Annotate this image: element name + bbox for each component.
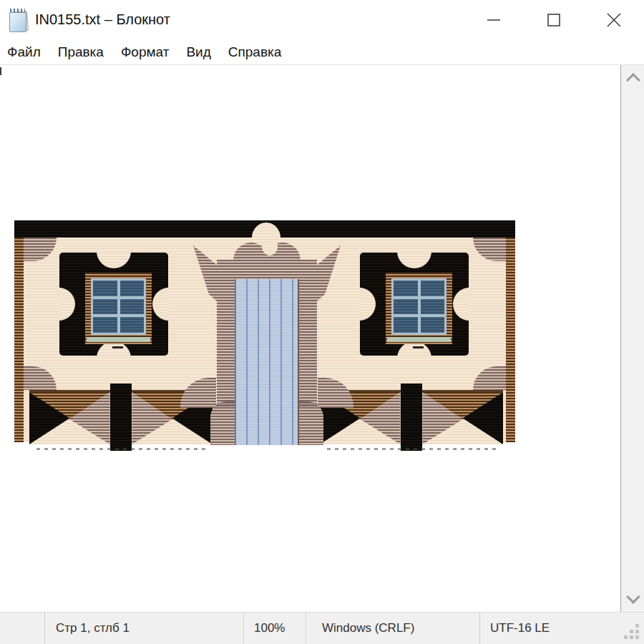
window-sill <box>387 337 451 342</box>
facade-corner-ornament-tr <box>473 238 506 261</box>
window-pane <box>120 280 145 296</box>
window-pane <box>421 299 445 315</box>
band-bottom-dashes <box>327 448 496 450</box>
window-pane <box>93 299 117 315</box>
menu-bar: Файл Правка Формат Вид Справка <box>0 39 644 65</box>
door-flare-right-base <box>298 401 323 445</box>
minimize-icon <box>487 13 501 27</box>
window-panes <box>93 280 144 333</box>
window-glass <box>91 278 146 335</box>
door-crown-dip <box>262 237 278 255</box>
window-pane <box>93 317 117 333</box>
window-panes <box>394 280 444 333</box>
door-flare-left-upper <box>180 378 216 408</box>
scroll-down-arrow-icon[interactable] <box>626 590 640 604</box>
title-bar[interactable]: IN0155.txt – Блокнот <box>0 0 644 39</box>
vertical-scrollbar[interactable] <box>621 65 644 612</box>
status-bar: Стр 1, стлб 1 100% Windows (CRLF) UTF-16… <box>0 612 644 644</box>
window-pane <box>394 299 418 315</box>
resize-grip[interactable] <box>635 635 639 639</box>
status-divider <box>44 613 45 644</box>
band-pillar <box>401 384 423 451</box>
status-zoom-level: 100% <box>254 613 285 644</box>
facade-corner-ornament-br <box>473 366 506 390</box>
facade-right-edge <box>506 238 515 442</box>
window-pane <box>93 280 117 296</box>
menu-view[interactable]: Вид <box>177 39 219 64</box>
close-button[interactable] <box>584 0 644 39</box>
door-flare-right-upper <box>318 378 353 408</box>
notepad-icon <box>8 9 28 31</box>
band-pillar <box>110 384 132 451</box>
facade-window-cartouche-left <box>59 253 168 356</box>
cartouche-notch-top <box>397 253 431 268</box>
window-pane <box>120 299 145 315</box>
facade-corner-ornament-tl <box>24 238 57 261</box>
window-pane <box>120 317 145 333</box>
maximize-icon <box>547 13 561 27</box>
minimize-button[interactable] <box>464 0 524 39</box>
close-icon <box>606 12 622 28</box>
window-sill-mark <box>413 346 424 348</box>
menu-format[interactable]: Формат <box>112 39 178 64</box>
menu-file[interactable]: Файл <box>0 39 49 64</box>
cartouche-notch-right <box>453 288 469 321</box>
window-pane <box>421 280 445 296</box>
status-divider <box>243 613 244 644</box>
text-editor[interactable] <box>0 65 621 612</box>
window-pane <box>421 317 445 333</box>
text-caret <box>0 67 1 75</box>
window-title: IN0155.txt – Блокнот <box>35 11 170 28</box>
window-pane <box>394 280 418 296</box>
door-flare-left-base <box>210 401 235 445</box>
notepad-icon-spiral <box>10 9 25 13</box>
menu-edit[interactable]: Правка <box>49 39 112 64</box>
cartouche-notch-left <box>59 288 75 321</box>
ansi-art-facade <box>14 220 515 442</box>
notepad-icon-page <box>9 12 26 32</box>
status-line-ending: Windows (CRLF) <box>322 613 414 644</box>
door-panel <box>235 279 299 445</box>
menu-help[interactable]: Справка <box>220 39 291 64</box>
notepad-window: IN0155.txt – Блокнот Файл Правка <box>0 0 644 644</box>
facade-window-cartouche-right <box>360 253 469 356</box>
status-encoding: UTF-16 LE <box>490 613 550 644</box>
facade-door-assembly <box>193 238 341 445</box>
window-sill-mark <box>112 346 123 348</box>
facade-left-edge <box>14 238 24 442</box>
band-bottom-dashes <box>36 448 205 450</box>
window-sill <box>87 337 150 342</box>
status-divider <box>306 613 306 644</box>
maximize-button[interactable] <box>524 0 584 39</box>
cartouche-notch-left <box>360 288 376 321</box>
cartouche-notch-top <box>97 253 131 268</box>
window-controls <box>464 0 644 39</box>
status-cursor-position: Стр 1, стлб 1 <box>56 613 130 644</box>
facade-corner-ornament-bl <box>24 366 57 390</box>
status-divider <box>479 613 480 644</box>
facade-window-left <box>85 273 152 344</box>
cartouche-notch-right <box>152 288 168 321</box>
window-glass <box>391 278 447 335</box>
window-pane <box>394 317 418 333</box>
facade-window-right <box>386 273 452 344</box>
scroll-up-arrow-icon[interactable] <box>626 73 640 87</box>
